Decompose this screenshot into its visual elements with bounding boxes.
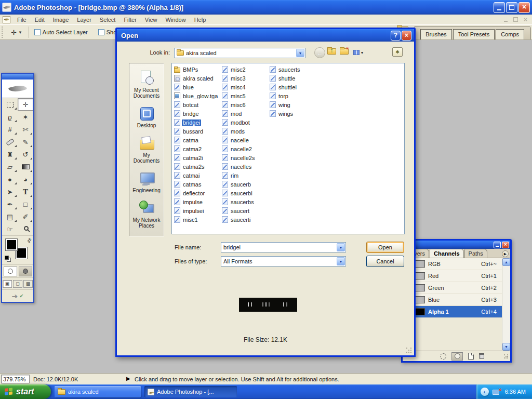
file-item-modbot[interactable]: modbot — [222, 118, 270, 127]
default-foreground-swatch[interactable] — [5, 256, 9, 260]
eraser-tool[interactable]: ▱ — [2, 161, 18, 173]
file-item-blue-glow-tga[interactable]: blue_glow.tga — [174, 91, 222, 100]
swap-colors-icon[interactable]: ⇄ — [25, 237, 33, 244]
file-item-misc2[interactable]: misc2 — [222, 65, 270, 74]
doc-close-icon[interactable] — [522, 17, 529, 22]
zoom-level-field[interactable]: 379.75% — [1, 375, 30, 383]
rectangle-tool[interactable]: □ — [18, 198, 33, 210]
channels-palette-titlebar[interactable] — [403, 241, 510, 249]
lasso-tool[interactable]: ϱ — [2, 111, 18, 123]
rectangular-marquee-tool[interactable] — [2, 98, 18, 111]
file-item-nacelles[interactable]: nacelles — [222, 162, 270, 171]
current-tool-button[interactable]: ✛ ▼ — [11, 29, 22, 36]
file-item-saucerb[interactable]: saucerb — [222, 180, 270, 189]
file-item-catma2i[interactable]: catma2i — [174, 153, 222, 162]
new-folder-button[interactable]: ✳ — [340, 48, 349, 55]
channel-blue[interactable]: BlueCtrl+3 — [403, 294, 502, 306]
start-button[interactable]: start — [0, 384, 51, 399]
file-item-blue[interactable]: blue — [174, 83, 222, 91]
menu-view[interactable]: View — [141, 17, 162, 23]
up-one-level-button[interactable]: ↑ — [327, 48, 336, 55]
file-list[interactable]: BMPsakira scaledblueblue_glow.tgabotcatb… — [171, 63, 405, 234]
scroll-up-button[interactable]: ▲ — [502, 258, 510, 266]
open-button[interactable]: Open — [366, 242, 404, 253]
menu-window[interactable]: Window — [162, 17, 190, 23]
files-of-type-dropdown-arrow[interactable] — [337, 257, 345, 265]
menu-image[interactable]: Image — [49, 17, 73, 23]
hide-icons-chevron[interactable]: ‹ — [481, 388, 489, 396]
notes-tool[interactable]: ▤ — [2, 210, 18, 223]
file-item-saucerbs[interactable]: saucerbs — [222, 197, 270, 206]
gradient-tool[interactable] — [18, 161, 33, 173]
file-item-saucerti[interactable]: saucerti — [222, 215, 270, 224]
file-item-catmas[interactable]: catmas — [174, 180, 222, 189]
file-name-combobox[interactable]: bridgei — [221, 242, 346, 252]
file-item-catmai[interactable]: catmai — [174, 171, 222, 180]
look-in-dropdown-arrow[interactable] — [296, 49, 304, 57]
dialog-close-button[interactable]: × — [402, 31, 411, 41]
full-screen-menubar-mode-button[interactable]: ◻ — [13, 280, 22, 288]
channel-alpha-1[interactable]: Alpha 1Ctrl+4 — [403, 306, 502, 318]
crop-tool[interactable]: # — [2, 123, 18, 136]
file-item-deflector[interactable]: deflector — [174, 189, 222, 197]
eyedropper-tool[interactable]: ✐ — [18, 210, 33, 223]
file-item-bridge[interactable]: bridge — [174, 109, 222, 118]
menu-filter[interactable]: Filter — [119, 17, 140, 23]
show-bounding-box-checkbox[interactable] — [98, 29, 104, 35]
place-desktop[interactable]: Desktop — [137, 105, 156, 128]
foreground-color-swatch[interactable] — [6, 239, 17, 250]
place-engineering[interactable]: Engineering — [132, 170, 160, 193]
file-item-misc5[interactable]: misc5 — [222, 91, 270, 100]
file-item-catma[interactable]: catma — [174, 136, 222, 144]
file-item-catma2s[interactable]: catma2s — [174, 162, 222, 171]
menu-layer[interactable]: Layer — [73, 17, 96, 23]
status-arrow-icon[interactable]: ▶ — [126, 376, 130, 381]
scroll-down-button[interactable]: ▼ — [502, 343, 510, 351]
palette-resize-grip[interactable] — [504, 354, 509, 360]
palette-scrollbar[interactable]: ▲ ▼ — [502, 258, 510, 351]
delete-channel-icon[interactable] — [479, 353, 484, 359]
look-in-combobox[interactable]: akira scaled — [174, 48, 305, 58]
tab-paths[interactable]: Paths — [464, 249, 487, 258]
file-item-wing[interactable]: wing — [270, 100, 317, 109]
clone-stamp-tool[interactable]: ♜ — [2, 148, 18, 161]
restore-button[interactable] — [506, 2, 517, 13]
files-of-type-combobox[interactable]: All Formats — [221, 256, 346, 267]
background-color-swatch[interactable] — [16, 247, 27, 259]
file-item-impulsei[interactable]: impulsei — [174, 206, 222, 215]
standard-mode-button[interactable] — [4, 267, 17, 276]
palette-well-tab-comps[interactable]: Comps — [496, 29, 524, 39]
file-item-saucerts[interactable]: saucerts — [270, 65, 317, 74]
palette-well-tab-brushes[interactable]: Brushes — [420, 29, 451, 39]
auto-select-layer-checkbox[interactable] — [34, 29, 41, 35]
file-item-impulse[interactable]: impulse — [174, 197, 222, 206]
options-bar-grip[interactable] — [2, 26, 3, 38]
help-button[interactable]: ? — [391, 31, 401, 41]
load-selection-icon[interactable] — [440, 353, 446, 360]
brush-tool[interactable]: ✎ — [18, 136, 33, 148]
zoom-tool[interactable] — [18, 223, 33, 235]
file-item-shuttlei[interactable]: shuttlei — [270, 83, 317, 91]
blur-tool[interactable]: ● — [2, 173, 18, 185]
file-item-nacelle[interactable]: nacelle — [222, 136, 270, 144]
file-item-rim[interactable]: rim — [222, 171, 270, 180]
file-item-bussard[interactable]: bussard — [174, 127, 222, 136]
magic-wand-tool[interactable]: ✶ — [18, 111, 33, 123]
close-button[interactable] — [518, 2, 530, 13]
taskbar-task-akira-scaled[interactable]: akira scaled — [55, 386, 141, 397]
file-item-mod[interactable]: mod — [222, 109, 270, 118]
back-button[interactable]: ← — [314, 47, 325, 58]
pen-tool[interactable]: ✒ — [2, 198, 18, 210]
slice-tool[interactable]: ✄ — [18, 123, 33, 136]
edit-in-imageready-button[interactable]: ➔ ✔ — [2, 289, 33, 302]
file-item-nacelle2s[interactable]: nacelle2s — [222, 153, 270, 162]
place-my-documents[interactable]: My Documents — [129, 135, 164, 164]
doc-minimize-icon[interactable] — [502, 17, 509, 22]
channel-rgb[interactable]: RGBCtrl+~ — [403, 258, 502, 270]
file-item-misc3[interactable]: misc3 — [222, 74, 270, 83]
history-brush-tool[interactable]: ↺ — [18, 148, 33, 161]
menu-edit[interactable]: Edit — [31, 17, 49, 23]
cancel-button[interactable]: Cancel — [366, 256, 404, 267]
file-item-saucert[interactable]: saucert — [222, 206, 270, 215]
place-my-network-places[interactable]: My Network Places — [129, 200, 164, 229]
